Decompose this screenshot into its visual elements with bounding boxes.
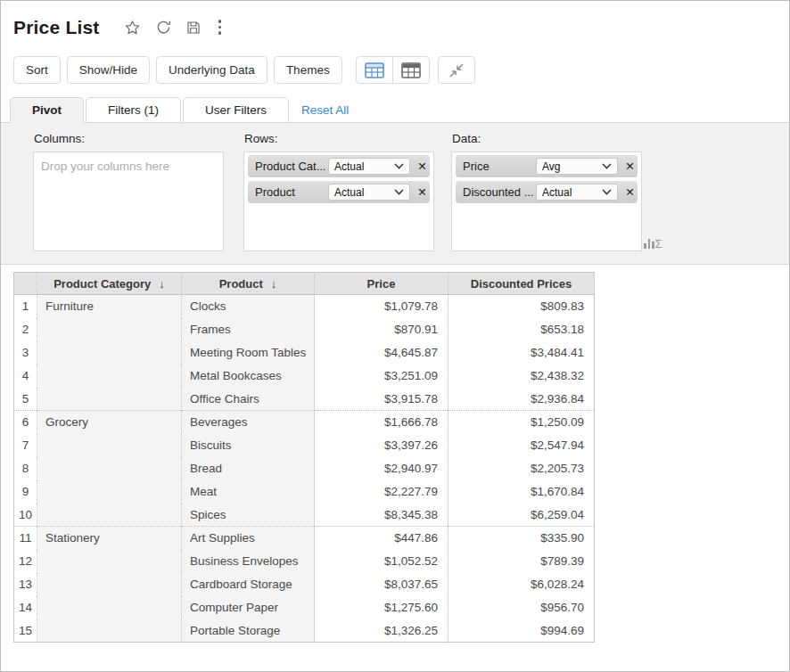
row-number: 8: [14, 457, 37, 480]
column-header-discounted-prices[interactable]: Discounted Prices: [448, 273, 595, 295]
column-header-product[interactable]: Product↓: [182, 273, 315, 295]
remove-field-icon[interactable]: ✕: [415, 185, 430, 199]
cell-product: Office Chairs: [182, 388, 315, 411]
field-name-label: Price: [456, 160, 536, 173]
aggregation-value: Actual: [334, 186, 364, 199]
toolbar-button-underlying-data[interactable]: Underlying Data: [156, 56, 267, 84]
table-row: 2Frames$870.91$653.18: [14, 318, 595, 341]
table-row: 3Meeting Room Tables$4,645.87$3,484.41: [14, 341, 595, 365]
table-row: 8Bread$2,940.97$2,205.73: [14, 457, 595, 480]
cell-price: $4,645.87: [315, 341, 448, 365]
grid-view-icon: [365, 62, 384, 78]
cell-discounted-price: $335.90: [448, 527, 595, 550]
remove-field-icon[interactable]: ✕: [415, 160, 430, 173]
cell-product: Metal Bookcases: [182, 365, 315, 388]
cell-discounted-price: $6,259.04: [448, 504, 595, 527]
cell-discounted-price: $789.39: [448, 550, 595, 573]
cell-product-category: [37, 318, 182, 341]
aggregation-dropdown[interactable]: Actual: [328, 158, 410, 175]
tab-pivot[interactable]: Pivot: [10, 97, 84, 123]
tab-filters-1[interactable]: Filters (1): [86, 97, 181, 123]
cell-price: $3,251.09: [315, 365, 448, 388]
rows-drop-zone[interactable]: Product Cat...Actual✕ProductActual✕: [243, 152, 434, 251]
aggregation-value: Actual: [334, 160, 364, 173]
reset-all-link[interactable]: Reset All: [301, 103, 349, 117]
rows-field-chip-product[interactable]: ProductActual✕: [248, 181, 430, 203]
cell-price: $1,079.78: [315, 295, 448, 318]
field-name-label: Product Cat...: [248, 160, 328, 173]
row-number: 2: [14, 318, 37, 341]
more-options-kebab-icon[interactable]: [215, 19, 226, 36]
cell-product: Art Supplies: [182, 527, 315, 550]
save-icon[interactable]: [185, 20, 202, 36]
aggregation-dropdown[interactable]: Avg: [536, 158, 618, 175]
cell-product-category: [37, 457, 182, 480]
aggregation-value: Avg: [542, 160, 560, 173]
toolbar-button-show-hide[interactable]: Show/Hide: [67, 56, 150, 84]
cell-product-category: Grocery: [37, 411, 182, 434]
cell-discounted-price: $2,205.73: [448, 457, 595, 480]
table-row: 11StationeryArt Supplies$447.86$335.90: [14, 527, 595, 550]
table-body: 1FurnitureClocks$1,079.78$809.832Frames$…: [14, 295, 595, 643]
toolbar-button-themes[interactable]: Themes: [274, 56, 342, 84]
cell-discounted-price: $994.69: [448, 619, 595, 643]
cell-product: Beverages: [182, 411, 315, 434]
table-row: 4Metal Bookcases$3,251.09$2,438.32: [14, 365, 595, 388]
cell-product-category: [37, 341, 182, 365]
title-actions: [123, 19, 226, 37]
columns-drop-zone[interactable]: Drop your columns here: [33, 152, 224, 251]
cell-price: $2,227.79: [315, 480, 448, 504]
grid-view-button[interactable]: [356, 56, 393, 84]
cell-product: Business Envelopes: [182, 550, 315, 573]
chevron-down-icon: [394, 163, 404, 169]
cell-discounted-price: $6,028.24: [448, 573, 595, 596]
rows-label: Rows:: [244, 132, 278, 145]
data-drop-zone[interactable]: PriceAvg✕Discounted ...Actual✕: [451, 152, 642, 251]
data-field-chip-price[interactable]: PriceAvg✕: [456, 155, 638, 177]
aggregation-dropdown[interactable]: Actual: [536, 184, 618, 201]
chevron-down-icon: [394, 189, 404, 195]
header-row: Product Category↓Product↓PriceDiscounted…: [14, 273, 595, 295]
cell-price: $870.91: [315, 318, 448, 341]
mini-bars-icon: [644, 239, 654, 249]
cell-price: $447.86: [315, 527, 448, 550]
collapse-panel-button[interactable]: [438, 56, 475, 84]
cell-product-category: [37, 365, 182, 388]
table-row: 7Biscuits$3,397.26$2,547.94: [14, 434, 595, 457]
row-number: 6: [14, 411, 37, 434]
compact-view-button[interactable]: [392, 56, 430, 84]
cell-product-category: [37, 619, 182, 643]
data-field-chip-discounted[interactable]: Discounted ...Actual✕: [456, 181, 638, 203]
remove-field-icon[interactable]: ✕: [622, 185, 638, 199]
cell-product-category: [37, 596, 182, 619]
tab-bar: PivotFilters (1)User Filters Reset All: [1, 97, 789, 123]
cell-discounted-price: $3,484.41: [448, 341, 595, 365]
row-number: 11: [14, 527, 37, 550]
cell-product: Meat: [182, 480, 315, 504]
cell-price: $8,345.38: [315, 504, 448, 527]
field-name-label: Discounted ...: [456, 185, 536, 199]
cell-product: Spices: [182, 504, 315, 527]
column-header-product-category[interactable]: Product Category↓: [37, 273, 182, 295]
row-number: 7: [14, 434, 37, 457]
corner-cell: [14, 273, 37, 295]
data-label: Data:: [452, 132, 481, 145]
remove-field-icon[interactable]: ✕: [622, 160, 638, 173]
cell-product-category: [37, 480, 182, 504]
table-row: 12Business Envelopes$1,052.52$789.39: [14, 550, 595, 573]
column-header-price[interactable]: Price: [315, 273, 448, 295]
refresh-icon[interactable]: [155, 19, 172, 36]
rows-field-chip-product-cat[interactable]: Product Cat...Actual✕: [248, 155, 430, 177]
row-number: 14: [14, 596, 37, 619]
cell-price: $1,052.52: [315, 550, 448, 573]
cell-product: Portable Storage: [182, 619, 315, 643]
toolbar-button-sort[interactable]: Sort: [13, 56, 61, 84]
pivot-table: Product Category↓Product↓PriceDiscounted…: [13, 272, 595, 643]
aggregation-dropdown[interactable]: Actual: [328, 184, 410, 201]
cell-discounted-price: $2,438.32: [448, 365, 595, 388]
table-row: 6GroceryBeverages$1,666.78$1,250.09: [14, 411, 595, 434]
tab-user-filters[interactable]: User Filters: [183, 97, 289, 123]
favorite-star-icon[interactable]: [123, 19, 142, 37]
row-number: 13: [14, 573, 37, 596]
chart-sigma-summary-icon[interactable]: Σ: [644, 239, 662, 249]
